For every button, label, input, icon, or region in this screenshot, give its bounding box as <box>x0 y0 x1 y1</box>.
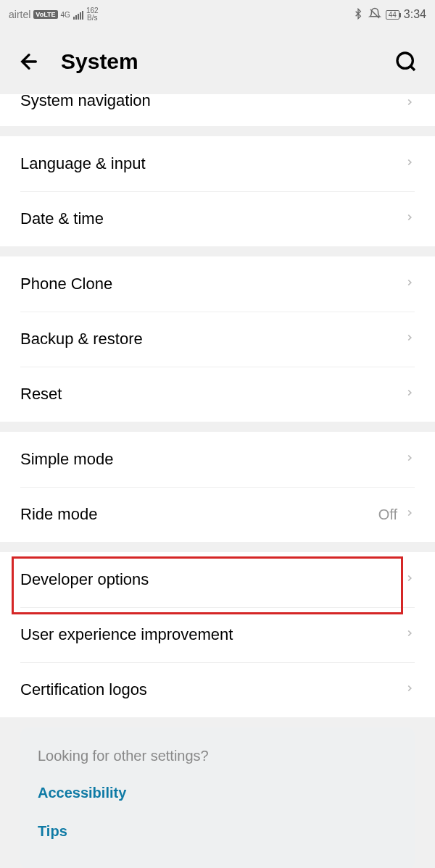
row-label: Language & input <box>20 154 405 173</box>
footer-link-accessibility[interactable]: Accessibility <box>38 785 397 801</box>
row-system-navigation[interactable]: System navigation <box>0 94 435 126</box>
chevron-right-icon <box>405 385 415 404</box>
row-backup-restore[interactable]: Backup & restore <box>0 312 435 367</box>
chevron-right-icon <box>405 505 415 524</box>
row-label: Backup & restore <box>20 330 405 349</box>
footer-card: Looking for other settings?Accessibility… <box>20 727 415 868</box>
footer-title: Looking for other settings? <box>38 748 397 764</box>
row-certification-logos[interactable]: Certification logos <box>0 662 435 717</box>
row-ride-mode[interactable]: Ride modeOff <box>0 487 435 542</box>
chevron-right-icon <box>405 680 415 699</box>
signal-bars-icon <box>73 9 83 20</box>
notification-off-icon <box>368 7 381 22</box>
settings-group: Phone CloneBackup & restoreReset <box>0 256 435 422</box>
row-simple-mode[interactable]: Simple mode <box>0 432 435 487</box>
app-header: System <box>0 29 435 94</box>
svg-point-0 <box>397 53 413 68</box>
chevron-right-icon <box>405 450 415 469</box>
chevron-right-icon <box>405 275 415 293</box>
row-developer-options[interactable]: Developer options <box>0 552 435 607</box>
row-label: Simple mode <box>20 450 405 469</box>
row-label: Developer options <box>20 570 405 589</box>
status-bar: airtel VoLTE 4G 162 B/s 44 3:34 <box>0 0 435 29</box>
chevron-right-icon <box>405 209 415 228</box>
page-title: System <box>61 49 374 74</box>
chevron-right-icon <box>405 625 415 644</box>
row-label: Date & time <box>20 209 405 228</box>
chevron-right-icon <box>405 570 415 589</box>
row-label: Ride mode <box>20 505 378 524</box>
row-phone-clone[interactable]: Phone Clone <box>0 256 435 312</box>
clock: 3:34 <box>404 8 426 21</box>
row-date-time[interactable]: Date & time <box>0 191 435 246</box>
row-value: Off <box>378 506 397 523</box>
row-label: Certification logos <box>20 680 405 699</box>
settings-list: System navigationLanguage & inputDate & … <box>0 94 435 868</box>
row-user-experience-improvement[interactable]: User experience improvement <box>0 607 435 662</box>
row-label: Phone Clone <box>20 275 405 293</box>
row-label: System navigation <box>20 91 405 110</box>
settings-group: Language & inputDate & time <box>0 136 435 246</box>
chevron-right-icon <box>405 330 415 349</box>
network-type: 4G <box>61 11 70 19</box>
volte-badge: VoLTE <box>33 10 57 19</box>
bluetooth-icon <box>352 8 364 22</box>
back-button[interactable] <box>17 50 41 73</box>
settings-group: System navigation <box>0 94 435 126</box>
chevron-right-icon <box>405 154 415 173</box>
search-button[interactable] <box>394 50 418 73</box>
network-speed: 162 B/s <box>86 7 99 22</box>
row-label: User experience improvement <box>20 625 405 644</box>
settings-group: Simple modeRide modeOff <box>0 432 435 542</box>
row-language-input[interactable]: Language & input <box>0 136 435 191</box>
row-label: Reset <box>20 385 405 404</box>
settings-group: Developer optionsUser experience improve… <box>0 552 435 717</box>
row-reset[interactable]: Reset <box>0 367 435 422</box>
battery-indicator: 44 <box>386 10 399 20</box>
footer-link-tips[interactable]: Tips <box>38 823 397 840</box>
chevron-right-icon <box>405 94 415 113</box>
carrier-label: airtel <box>9 9 30 20</box>
